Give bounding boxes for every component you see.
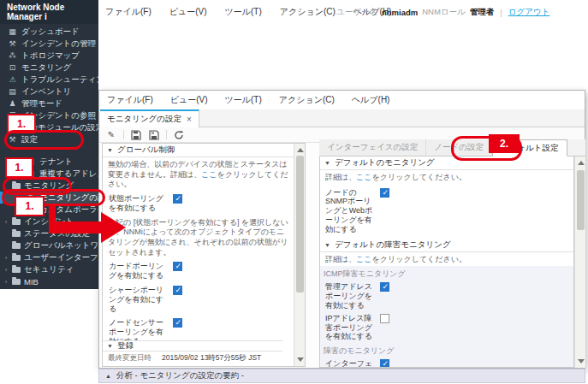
menu-tools[interactable]: ツール(T) [225, 6, 262, 18]
enable-ip-address-fault-polling-checkbox[interactable] [380, 314, 389, 323]
sidebar-folder-incidents[interactable]: › インシデント [0, 216, 98, 227]
sidebar-item-label: 統合モジュールの設定 [21, 122, 98, 133]
sidebar-item-topology-maps[interactable]: ⁂ トポロジマップ [0, 50, 98, 62]
dialog-menu-view[interactable]: ビュー(V) [170, 94, 208, 106]
enable-chassis-polling-checkbox[interactable] [173, 286, 182, 295]
left-panel-scrollbar[interactable] [294, 144, 305, 366]
sidebar-item-management-mode[interactable]: ♟ 管理モード [0, 97, 98, 109]
tab-default-settings[interactable]: デフォルト設定 [492, 139, 567, 157]
caret-up-icon: ▲ [105, 373, 111, 379]
enable-state-polling-checkbox[interactable] [173, 194, 182, 204]
close-icon[interactable]: × [187, 115, 192, 124]
sidebar-folder-mib[interactable]: › MIB [0, 275, 98, 287]
scroll-up-icon[interactable] [578, 161, 585, 165]
section-default-monitoring[interactable]: ▼ デフォルトのモニタリング [320, 157, 573, 170]
scrollbar-thumb[interactable] [296, 156, 304, 292]
checkbox-row: 管理アドレスポーリングを有効にする [320, 281, 573, 311]
section-global-control[interactable]: ▼ グローバル制御 [103, 144, 294, 157]
menu-view[interactable]: ビュー(V) [169, 6, 207, 18]
logout-link[interactable]: ログアウト [508, 7, 550, 18]
section-default-fault-monitoring[interactable]: ▼ デフォルトの障害モニタリング [320, 239, 573, 252]
refresh-icon[interactable] [173, 129, 185, 141]
scroll-down-icon[interactable] [297, 357, 304, 362]
state-polling-note: 上記の [状態ポーリングを有効にする] を選択しないと、NNMiによって次のオブ… [103, 216, 294, 260]
enable-snmp-web-polling-checkbox[interactable] [380, 188, 389, 198]
detail-text: 詳細は、 [325, 173, 356, 181]
gear-icon: ⚙ [26, 205, 35, 214]
analysis-summary-bar[interactable]: ▲ 分析 - モニタリングの設定の要約 - [98, 369, 585, 383]
folder-icon [12, 243, 21, 249]
tab-node-settings[interactable]: ノードの設定 [426, 139, 492, 156]
checkbox-row: カードポーリングを有効にする [103, 259, 294, 283]
tab-label: ノードの設定 [434, 142, 484, 153]
checkbox-row: シャーシポーリングを有効にする [103, 283, 294, 316]
here-link[interactable]: ここ [356, 173, 371, 181]
scroll-up-icon[interactable] [297, 148, 304, 152]
menu-file[interactable]: ファイル(F) [105, 6, 151, 18]
sidebar-folder-security[interactable]: › セキュリティ [0, 263, 98, 275]
sidebar-item-label: インシデントの管理 [21, 38, 96, 50]
sidebar-item-configuration[interactable]: ⚒ 設定 [0, 133, 98, 145]
scroll-down-icon[interactable] [578, 359, 585, 363]
dialog-menu-tools[interactable]: ツール(T) [225, 94, 262, 106]
settings-tab-bar: インターフェイスの設定 ノードの設定 デフォルト設定 [319, 139, 585, 157]
tab-monitoring-configuration[interactable]: モニタリングの設定 × [100, 109, 199, 127]
fault-monitoring-group: ICMP障害モニタリング 管理アドレスポーリングを有効にする IPアドレス障害ポ… [320, 266, 573, 368]
sidebar-item-label: セキュリティ [24, 264, 74, 275]
sidebar-folder-user-interface[interactable]: › ユーザーインターフェイ [0, 251, 98, 263]
sidebar-item-label: トポロジマップ [21, 50, 80, 62]
folder-icon [12, 255, 21, 261]
fault-group-label: 障害のモニタリング [320, 343, 573, 357]
topology-icon: ⁂ [8, 51, 17, 60]
sidebar-folder-global-network-management[interactable]: グローバルネットワーク [0, 239, 98, 251]
sidebar-item-troubleshooting[interactable]: ⚠ トラブルシューティング [0, 74, 98, 86]
enable-management-address-polling-checkbox[interactable] [380, 282, 389, 292]
sidebar-item-custom-poller-configuration[interactable]: ⚙ カスタムポーラー設定 [0, 204, 98, 216]
caret-down-icon: ▼ [324, 160, 330, 166]
edit-icon[interactable]: ✎ [105, 129, 117, 141]
sidebar-item-overlapping-address-mappings[interactable]: ▥ 重複するアドレスマッ [0, 168, 98, 180]
toolbar-separator [123, 130, 124, 139]
checkbox-label: 管理アドレスポーリングを有効にする [325, 282, 377, 310]
save-icon[interactable] [130, 129, 142, 141]
chevron-right-icon: › [3, 266, 9, 274]
tab-interface-settings[interactable]: インターフェイスの設定 [319, 139, 426, 156]
here-link[interactable]: ここ [201, 170, 217, 179]
here-link[interactable]: ここ [356, 255, 371, 263]
sidebar-item-tenants[interactable]: ▥ テナント [0, 156, 98, 168]
sidebar-folder-monitoring[interactable]: モニタリング [0, 180, 98, 192]
dialog-menu-actions[interactable]: アクション(C) [279, 94, 335, 106]
sidebar-item-monitoring-configuration[interactable]: ⚙ モニタリングの設定 [0, 192, 98, 204]
sidebar-item-monitoring[interactable]: ⊡ モニタリング [0, 62, 98, 74]
save-close-icon[interactable] [148, 129, 160, 141]
sidebar-folder-status-configuration[interactable]: ステータスの設定 [0, 227, 98, 239]
section-registration[interactable]: ▼ 登録 [103, 340, 282, 352]
gear-icon: ⚙ [26, 193, 35, 202]
sidebar-item-inventory[interactable]: ▤ インベントリ [0, 86, 98, 97]
list-icon: ☰ [8, 111, 17, 120]
dialog-menu-help[interactable]: ヘルプ(H) [352, 94, 390, 106]
enable-interface-fault-polling-checkbox[interactable] [380, 359, 389, 368]
sidebar-item-incident-browsing[interactable]: ☰ インシデントの参照 [0, 109, 98, 121]
caret-down-icon: ▼ [107, 147, 113, 153]
global-control-content: ▼ グローバル制御 無効の場合、以前のデバイスの状態とステータスは変更されません… [103, 144, 294, 366]
sidebar-item-label: カスタムポーラー設定 [39, 204, 98, 216]
checkbox-row: ノードのSNMPポーリングとWebポーリングを有効にする [320, 185, 573, 239]
folder-icon [12, 183, 21, 189]
menu-actions[interactable]: アクション(C) [280, 6, 336, 18]
folder-icon [12, 219, 21, 225]
role-label: NNMロール [422, 7, 466, 18]
sidebar-item-dashboard[interactable]: ▦ ダッシュボード [0, 26, 98, 38]
sidebar-item-incident-management[interactable]: ⚒ インシデントの管理 [0, 38, 98, 50]
monitoring-configuration-window: ファイル(F) ビュー(V) ツール(T) アクション(C) ヘルプ(H) モニ… [98, 90, 585, 369]
enable-node-sensor-polling-checkbox[interactable] [173, 318, 182, 328]
scrollbar-thumb[interactable] [577, 170, 585, 230]
checkbox-label: ノードのSNMPポーリングとWebポーリングを有効にする [325, 188, 377, 234]
dashboard-icon: ▦ [8, 27, 17, 36]
wrench-icon: ⚒ [8, 135, 17, 144]
right-panel-scrollbar[interactable] [574, 157, 585, 368]
dialog-menu-file[interactable]: ファイル(F) [107, 94, 153, 106]
user-name-label: ユーザー名 [336, 7, 377, 18]
enable-card-polling-checkbox[interactable] [173, 262, 182, 271]
sidebar-item-integration-module-configuration[interactable]: ⊞ 統合モジュールの設定 [0, 121, 98, 133]
